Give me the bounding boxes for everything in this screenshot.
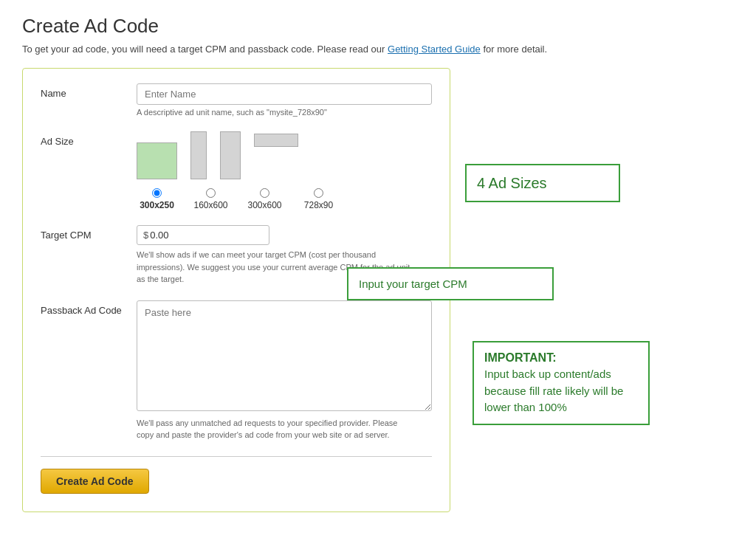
callout-cpm: Input your target CPM <box>347 267 554 300</box>
page-subtitle: To get your ad code, you will need a tar… <box>22 44 734 55</box>
name-hint: A descriptive ad unit name, such as "mys… <box>137 108 432 117</box>
cpm-input[interactable] <box>150 230 263 241</box>
ad-size-label: Ad Size <box>41 131 137 147</box>
label-300x600: 300x600 <box>247 200 281 210</box>
name-input[interactable] <box>137 83 432 105</box>
ad-box-300x600 <box>220 131 241 179</box>
passback-row: Passback Ad Code We'll pass any unmatche… <box>41 300 432 441</box>
name-field: A descriptive ad unit name, such as "mys… <box>137 83 432 117</box>
callout-4-ad-sizes: 4 Ad Sizes <box>465 164 620 202</box>
form-divider <box>41 456 432 457</box>
label-728x90: 728x90 <box>304 200 333 210</box>
label-160x600: 160x600 <box>193 200 227 210</box>
cpm-label: Target CPM <box>41 225 137 241</box>
ad-box-300x250 <box>137 142 177 179</box>
radio-300x250[interactable] <box>152 188 162 198</box>
ad-size-row: Ad Size <box>41 131 432 210</box>
cpm-currency: $ <box>143 230 148 241</box>
page-title: Create Ad Code <box>22 15 734 38</box>
ad-size-300x600 <box>220 131 241 184</box>
passback-textarea[interactable] <box>137 300 432 411</box>
ad-size-field: 300x250 160x600 300x600 728x90 <box>137 131 432 210</box>
radio-300x600[interactable] <box>260 188 269 198</box>
ad-box-728x90 <box>254 134 298 147</box>
callout-important: IMPORTANT: Input back up content/ads bec… <box>472 341 650 425</box>
ad-size-300x250 <box>137 142 177 184</box>
guide-link[interactable]: Getting Started Guide <box>388 44 481 55</box>
name-label: Name <box>41 83 137 99</box>
cpm-input-wrapper: $ <box>137 225 269 245</box>
name-row: Name A descriptive ad unit name, such as… <box>41 83 432 117</box>
create-ad-code-button[interactable]: Create Ad Code <box>41 469 149 494</box>
passback-label: Passback Ad Code <box>41 300 137 316</box>
ad-size-160x600 <box>190 131 207 184</box>
passback-field: We'll pass any unmatched ad requests to … <box>137 300 432 441</box>
label-300x250: 300x250 <box>140 200 174 210</box>
radio-160x600[interactable] <box>206 188 216 198</box>
ad-size-728x90 <box>254 134 298 184</box>
ad-sizes-container <box>137 131 432 184</box>
radio-728x90[interactable] <box>314 188 323 198</box>
ad-box-160x600 <box>190 131 207 179</box>
passback-hint: We'll pass any unmatched ad requests to … <box>137 417 410 441</box>
